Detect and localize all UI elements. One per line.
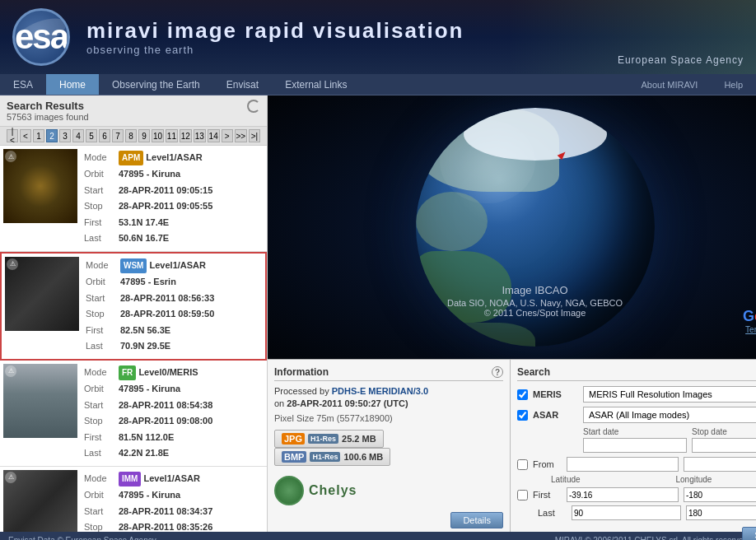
esa-logo: esa bbox=[12, 8, 70, 66]
globe-caption-3: © 2011 Cnes/Spot Image bbox=[447, 308, 623, 318]
search-results-count: 57563 images found bbox=[7, 112, 89, 122]
page-prev-btn[interactable]: < bbox=[20, 129, 31, 142]
page-3-btn[interactable]: 3 bbox=[59, 129, 71, 142]
page-7-btn[interactable]: 7 bbox=[112, 129, 124, 142]
result-thumb-3: ⚠ bbox=[3, 364, 77, 438]
chelys-circle bbox=[274, 476, 304, 505]
result-item-3[interactable]: ⚠ ModeFR Level0/MERIS Orbit47895 - Kirun… bbox=[0, 361, 267, 467]
info-panel: Information ? Processed by PDHS-E MERIDI… bbox=[268, 360, 511, 532]
info-processor: Processed by PDHS-E MERIDIAN/3.0 bbox=[274, 386, 503, 396]
page-5-btn[interactable]: 5 bbox=[86, 129, 97, 142]
from-label: From bbox=[533, 459, 562, 469]
meris-row: MERIS MERIS Full Resolution Images bbox=[517, 386, 756, 403]
page-6-btn[interactable]: 6 bbox=[99, 129, 110, 142]
nav-envisat[interactable]: Envisat bbox=[213, 74, 272, 95]
stop-date-input[interactable] bbox=[692, 438, 756, 453]
page-next-btn[interactable]: > bbox=[222, 129, 233, 142]
nav-help[interactable]: Help bbox=[711, 77, 756, 93]
nav-observing[interactable]: Observing the Earth bbox=[99, 74, 213, 95]
last-coord-row: Last bbox=[517, 505, 756, 520]
last-lon-input[interactable] bbox=[686, 505, 756, 520]
search-panel-title: Search ? bbox=[517, 366, 756, 381]
footer: Envisat Data © European Space Agency MIR… bbox=[0, 532, 756, 540]
search-results-header: Search Results 57563 images found bbox=[0, 95, 267, 127]
date-row: Start date Stop date bbox=[583, 427, 756, 453]
page-first-btn[interactable]: |< bbox=[7, 129, 18, 142]
last-label: Last bbox=[538, 508, 567, 518]
result-info-2: ModeWSM Level1/ASAR Orbit47895 - Esrin S… bbox=[84, 257, 262, 356]
first-coord-row: First bbox=[517, 487, 756, 502]
page-14-btn[interactable]: 14 bbox=[208, 129, 220, 142]
agency-name: European Space Agency bbox=[618, 54, 744, 66]
chelys-text: Chelys bbox=[309, 483, 357, 498]
jpg-download-btn[interactable]: JPG H1-Res 25.2 MB bbox=[274, 430, 384, 448]
info-date: on 28-APR-2011 09:50:27 (UTC) bbox=[274, 398, 503, 408]
main-content: Search Results 57563 images found |< < 1… bbox=[0, 95, 756, 532]
globe-caption-1: Image IBCAO bbox=[447, 284, 623, 296]
page-last-btn[interactable]: >| bbox=[249, 129, 260, 142]
page-11-btn[interactable]: 11 bbox=[166, 129, 178, 142]
info-help-btn[interactable]: ? bbox=[492, 366, 503, 378]
start-date-col: Start date bbox=[583, 427, 687, 453]
page-9-btn[interactable]: 9 bbox=[138, 129, 150, 142]
from-input[interactable] bbox=[567, 457, 679, 472]
from-checkbox[interactable] bbox=[517, 459, 528, 470]
stop-date-label: Stop date bbox=[692, 427, 756, 436]
nav-about-miravi[interactable]: About MIRAVI bbox=[628, 77, 711, 93]
nav-esa[interactable]: ESA bbox=[0, 74, 46, 95]
meris-select[interactable]: MERIS Full Resolution Images bbox=[583, 386, 756, 403]
esa-logo-circle: esa bbox=[12, 8, 70, 66]
mode-badge-1: APM bbox=[119, 151, 143, 165]
from-row: From bbox=[517, 457, 756, 472]
first-lat-input[interactable] bbox=[567, 487, 679, 502]
left-panel: Search Results 57563 images found |< < 1… bbox=[0, 95, 268, 532]
asar-label: ASAR bbox=[533, 410, 578, 420]
bmp-download-btn[interactable]: BMP H1-Res 100.6 MB bbox=[274, 448, 390, 466]
page-nextskip-btn[interactable]: >> bbox=[235, 129, 247, 142]
info-panel-title: Information ? bbox=[274, 366, 503, 381]
globe-caption-2: Data SIO, NOAA, U.S. Navy, NGA, GEBCO bbox=[447, 298, 623, 308]
result-item-2[interactable]: ⚠ ModeWSM Level1/ASAR Orbit47895 - Esrin… bbox=[0, 252, 267, 361]
page-13-btn[interactable]: 13 bbox=[194, 129, 206, 142]
page-1-btn[interactable]: 1 bbox=[33, 129, 44, 142]
first-lon-input[interactable] bbox=[684, 487, 756, 502]
result-thumb-4: ⚠ bbox=[3, 470, 77, 532]
page-8-btn[interactable]: 8 bbox=[125, 129, 137, 142]
page-12-btn[interactable]: 12 bbox=[180, 129, 192, 142]
nav-links[interactable]: External Links bbox=[272, 74, 360, 95]
meris-checkbox[interactable] bbox=[517, 389, 528, 400]
bottom-panels: Information ? Processed by PDHS-E MERIDI… bbox=[268, 359, 756, 532]
last-lat-input[interactable] bbox=[572, 505, 681, 520]
page-2-btn[interactable]: 2 bbox=[46, 129, 58, 142]
nav-home[interactable]: Home bbox=[46, 74, 99, 95]
mode-badge-3: FR bbox=[119, 365, 136, 380]
result-thumb-2: ⚠ bbox=[5, 257, 79, 331]
terms-link[interactable]: Terms of Use bbox=[743, 325, 756, 334]
app-name-heading: miravi image rapid visualisation bbox=[86, 18, 464, 44]
page-4-btn[interactable]: 4 bbox=[72, 129, 84, 142]
result-info-3: ModeFR Level0/MERIS Orbit47895 - Kiruna … bbox=[82, 364, 264, 463]
asar-checkbox[interactable] bbox=[517, 410, 528, 421]
details-button[interactable]: Details bbox=[450, 512, 503, 528]
globe-area: esa Image IBCAO Data SIO, NOAA, U.S. Nav… bbox=[268, 95, 756, 359]
result-item-4[interactable]: ⚠ ModeIMM Level1/ASAR Orbit47895 - Kirun… bbox=[0, 467, 267, 532]
globe-marker bbox=[559, 151, 566, 157]
header: esa miravi image rapid visualisation obs… bbox=[0, 0, 756, 74]
nav-bar: ESA Home Observing the Earth Envisat Ext… bbox=[0, 74, 756, 95]
file-buttons: JPG H1-Res 25.2 MB BMP H1-Res 100.6 MB bbox=[274, 430, 503, 466]
start-date-input[interactable] bbox=[583, 438, 687, 453]
search-button[interactable]: Search bbox=[742, 527, 756, 540]
pagination: |< < 1 2 3 4 5 6 7 8 9 10 11 12 13 14 > … bbox=[0, 127, 267, 146]
mode-badge-4: IMM bbox=[119, 472, 141, 486]
asar-row: ASAR ASAR (All Image modes) bbox=[517, 407, 756, 423]
asar-select[interactable]: ASAR (All Image modes) bbox=[583, 407, 756, 423]
miravi-title: miravi image rapid visualisation observi… bbox=[86, 18, 464, 56]
result-item-1[interactable]: ⚠ ModeAPM Level1/ASAR Orbit47895 - Kirun… bbox=[0, 146, 267, 252]
first-checkbox[interactable] bbox=[517, 490, 528, 500]
info-pixel: Pixel Size 75m (5577x18900) bbox=[274, 413, 503, 423]
coord-labels-row: Latitude Longitude bbox=[517, 475, 756, 484]
from-input-2[interactable] bbox=[684, 457, 756, 472]
page-10-btn[interactable]: 10 bbox=[152, 129, 164, 142]
refresh-icon[interactable] bbox=[247, 100, 260, 113]
lon-col-label: Longitude bbox=[676, 475, 757, 484]
